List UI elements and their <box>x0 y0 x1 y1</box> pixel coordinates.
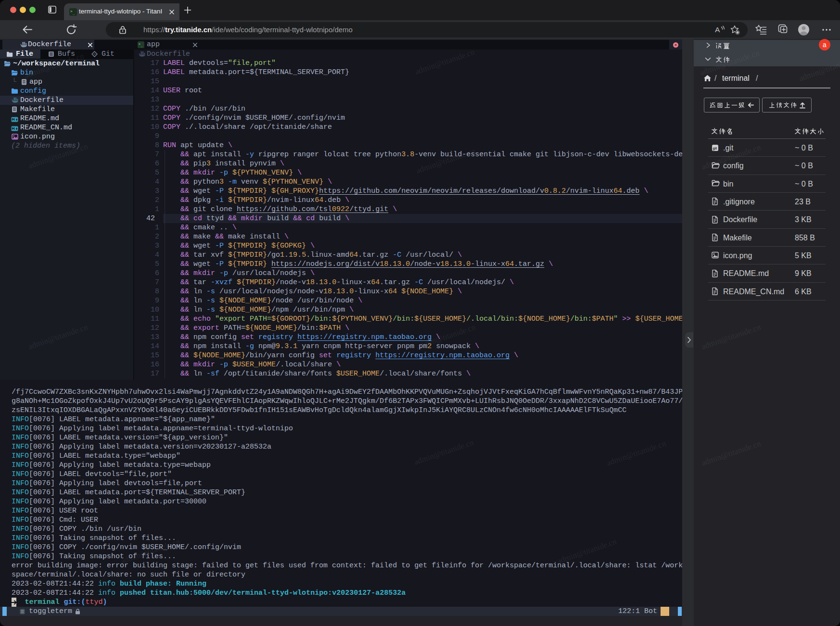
svg-text:A: A <box>715 25 720 34</box>
svg-text:git: git <box>713 146 717 150</box>
svg-text:_: _ <box>140 44 143 48</box>
svg-text:_: _ <box>72 12 75 15</box>
